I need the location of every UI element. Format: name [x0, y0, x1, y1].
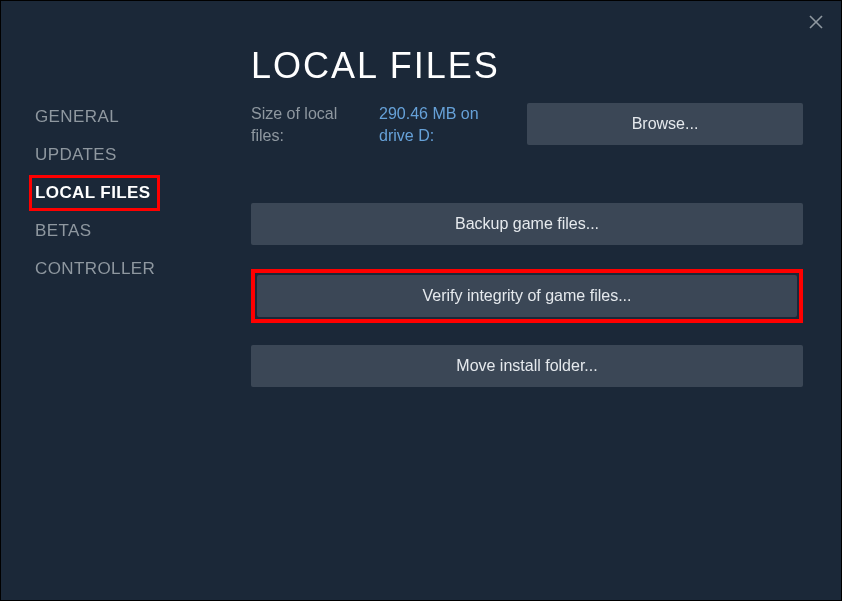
- sidebar-item-local-files[interactable]: LOCAL FILES: [29, 175, 160, 211]
- verify-highlight: Verify integrity of game files...: [251, 269, 803, 323]
- size-value[interactable]: 290.46 MB on drive D:: [379, 103, 509, 147]
- sidebar-item-label: BETAS: [35, 221, 91, 240]
- sidebar-item-betas[interactable]: BETAS: [29, 213, 97, 249]
- page-title: LOCAL FILES: [251, 45, 803, 87]
- backup-button-label: Backup game files...: [455, 215, 599, 233]
- sidebar-item-controller[interactable]: CONTROLLER: [29, 251, 161, 287]
- main-panel: LOCAL FILES Size of local files: 290.46 …: [221, 1, 841, 600]
- verify-button[interactable]: Verify integrity of game files...: [257, 275, 797, 317]
- sidebar-item-label: LOCAL FILES: [35, 183, 151, 202]
- sidebar-item-updates[interactable]: UPDATES: [29, 137, 123, 173]
- browse-button[interactable]: Browse...: [527, 103, 803, 145]
- sidebar-item-general[interactable]: GENERAL: [29, 99, 125, 135]
- size-label: Size of local files:: [251, 103, 361, 147]
- sidebar-item-label: GENERAL: [35, 107, 119, 126]
- sidebar: GENERAL UPDATES LOCAL FILES BETAS CONTRO…: [1, 1, 221, 600]
- verify-button-label: Verify integrity of game files...: [423, 287, 632, 305]
- backup-button[interactable]: Backup game files...: [251, 203, 803, 245]
- sidebar-item-label: CONTROLLER: [35, 259, 155, 278]
- size-row: Size of local files: 290.46 MB on drive …: [251, 103, 803, 147]
- sidebar-item-label: UPDATES: [35, 145, 117, 164]
- move-button-label: Move install folder...: [456, 357, 597, 375]
- move-button[interactable]: Move install folder...: [251, 345, 803, 387]
- browse-button-label: Browse...: [632, 115, 699, 133]
- close-icon[interactable]: [805, 11, 827, 33]
